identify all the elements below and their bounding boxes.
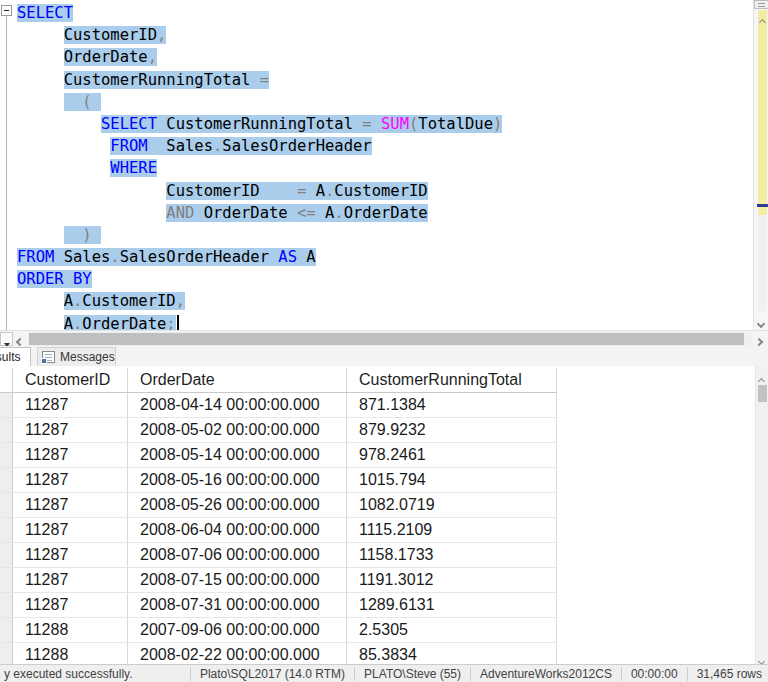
grid-cell[interactable]: 2008-02-22 00:00:00.000 xyxy=(128,643,347,664)
code-token: A xyxy=(64,292,73,310)
grid-cell[interactable]: 871.1384 xyxy=(347,393,557,417)
grid-cell[interactable]: 1115.2109 xyxy=(347,518,557,542)
grid-cell[interactable]: 2008-05-16 00:00:00.000 xyxy=(128,468,347,492)
tab-messages[interactable]: Messages xyxy=(37,347,116,366)
grid-cell[interactable]: 2008-06-04 00:00:00.000 xyxy=(128,518,347,542)
row-number-cell[interactable] xyxy=(0,468,13,492)
column-header-orderdate[interactable]: OrderDate xyxy=(128,368,347,392)
grid-cell[interactable]: 2008-04-14 00:00:00.000 xyxy=(128,393,347,417)
row-number-cell[interactable] xyxy=(0,443,13,467)
code-token: SELECT xyxy=(101,115,157,133)
grid-vertical-scrollbar[interactable] xyxy=(755,366,768,664)
row-number-cell[interactable] xyxy=(0,393,13,417)
grid-cell[interactable]: 2008-05-14 00:00:00.000 xyxy=(128,443,347,467)
code-token: A xyxy=(64,315,73,330)
select-all-corner-cell[interactable] xyxy=(0,368,13,392)
code-line[interactable]: FROM Sales.SalesOrderHeader xyxy=(0,135,753,157)
grid-cell[interactable]: 1289.6131 xyxy=(347,593,557,617)
grid-cell[interactable]: 11288 xyxy=(13,618,128,642)
grid-cell[interactable]: 1082.0719 xyxy=(347,493,557,517)
grid-cell[interactable]: 11287 xyxy=(13,393,128,417)
grid-cell[interactable]: 2008-07-15 00:00:00.000 xyxy=(128,568,347,592)
selected-code-text: AND OrderDate <= A.OrderDate xyxy=(166,204,427,222)
grid-cell[interactable]: 2008-07-31 00:00:00.000 xyxy=(128,593,347,617)
code-token: . xyxy=(110,248,119,266)
code-token: = xyxy=(297,182,316,200)
code-token: , xyxy=(157,26,166,44)
column-header-customerid[interactable]: CustomerID xyxy=(13,368,128,392)
grid-cell[interactable]: 1158.1733 xyxy=(347,543,557,567)
grid-cell[interactable]: 11288 xyxy=(13,643,128,664)
hscrollbar-thumb[interactable] xyxy=(29,333,744,345)
code-line[interactable]: CustomerRunningTotal = xyxy=(0,69,753,91)
grid-cell[interactable]: 11287 xyxy=(13,568,128,592)
code-indent xyxy=(17,48,64,66)
code-token: SalesOrderHeader xyxy=(222,137,371,155)
grid-scroll-down-button[interactable] xyxy=(758,650,767,659)
grid-cell[interactable]: 2.5305 xyxy=(347,618,557,642)
code-line[interactable]: A.OrderDate; xyxy=(0,313,753,330)
code-line[interactable]: AND OrderDate <= A.OrderDate xyxy=(0,202,753,224)
code-line[interactable]: ( xyxy=(0,91,753,113)
outline-collapse-toggle[interactable] xyxy=(1,5,12,16)
selected-code-text: CustomerID = A.CustomerID xyxy=(166,182,427,200)
grid-cell[interactable]: 11287 xyxy=(13,493,128,517)
tab-results[interactable]: Results xyxy=(0,347,31,366)
splitter-dropdown-button[interactable] xyxy=(0,332,13,346)
row-number-cell[interactable] xyxy=(0,643,13,664)
code-line[interactable]: ORDER BY xyxy=(0,268,753,290)
row-number-cell[interactable] xyxy=(0,418,13,442)
grid-cell[interactable]: 1015.794 xyxy=(347,468,557,492)
table-row: 112872008-05-16 00:00:00.0001015.794 xyxy=(0,468,557,493)
code-line[interactable]: WHERE xyxy=(0,157,753,179)
grid-cell[interactable]: 2007-09-06 00:00:00.000 xyxy=(128,618,347,642)
editor-vertical-scrollbar[interactable] xyxy=(753,0,768,330)
code-token: CustomerRunningTotal xyxy=(157,115,362,133)
grid-cell[interactable]: 879.9232 xyxy=(347,418,557,442)
code-line[interactable]: SELECT CustomerRunningTotal = SUM(TotalD… xyxy=(0,113,753,135)
grid-scrollbar-thumb[interactable] xyxy=(758,385,767,402)
code-line[interactable]: ) xyxy=(0,224,753,246)
grid-cell[interactable]: 11287 xyxy=(13,518,128,542)
grid-cell[interactable]: 2008-05-02 00:00:00.000 xyxy=(128,418,347,442)
grid-cell[interactable]: 85.3834 xyxy=(347,643,557,664)
row-number-cell[interactable] xyxy=(0,493,13,517)
code-line[interactable]: FROM Sales.SalesOrderHeader AS A xyxy=(0,246,753,268)
table-row: 112872008-05-14 00:00:00.000978.2461 xyxy=(0,443,557,468)
grid-cell[interactable]: 11287 xyxy=(13,468,128,492)
grid-cell[interactable]: 1191.3012 xyxy=(347,568,557,592)
row-number-cell[interactable] xyxy=(0,568,13,592)
results-grid[interactable]: CustomerIDOrderDateCustomerRunningTotal … xyxy=(0,366,768,664)
scroll-right-button[interactable] xyxy=(754,333,766,345)
code-token: A xyxy=(297,248,316,266)
row-number-cell[interactable] xyxy=(0,618,13,642)
scroll-up-button[interactable] xyxy=(758,11,767,20)
editor-horizontal-scrollbar[interactable] xyxy=(0,330,768,346)
column-header-customerrunningtotal[interactable]: CustomerRunningTotal xyxy=(347,368,557,392)
grid-cell[interactable]: 11287 xyxy=(13,443,128,467)
scroll-left-button[interactable] xyxy=(15,333,27,345)
scroll-down-button[interactable] xyxy=(758,313,767,323)
sql-editor[interactable]: SELECT CustomerID, OrderDate, CustomerRu… xyxy=(0,0,768,330)
grid-cell[interactable]: 11287 xyxy=(13,543,128,567)
code-line[interactable]: A.CustomerID, xyxy=(0,290,753,312)
grid-scroll-up-button[interactable] xyxy=(758,370,767,379)
hscrollbar-track[interactable] xyxy=(28,332,752,346)
code-line[interactable]: CustomerID, xyxy=(0,24,753,46)
code-lines: SELECT CustomerID, OrderDate, CustomerRu… xyxy=(0,2,753,330)
row-number-cell[interactable] xyxy=(0,593,13,617)
scrollbar-splitter-handle[interactable] xyxy=(754,0,768,9)
code-line[interactable]: OrderDate, xyxy=(0,46,753,68)
scrollbar-track[interactable] xyxy=(758,215,767,311)
code-line[interactable]: CustomerID = A.CustomerID xyxy=(0,180,753,202)
row-number-cell[interactable] xyxy=(0,518,13,542)
code-token: CustomerRunningTotal xyxy=(64,71,260,89)
grid-cell[interactable]: 11287 xyxy=(13,593,128,617)
code-line[interactable]: SELECT xyxy=(0,2,753,24)
code-token: ( xyxy=(409,115,418,133)
grid-cell[interactable]: 2008-07-06 00:00:00.000 xyxy=(128,543,347,567)
grid-cell[interactable]: 11287 xyxy=(13,418,128,442)
row-number-cell[interactable] xyxy=(0,543,13,567)
grid-cell[interactable]: 978.2461 xyxy=(347,443,557,467)
grid-cell[interactable]: 2008-05-26 00:00:00.000 xyxy=(128,493,347,517)
